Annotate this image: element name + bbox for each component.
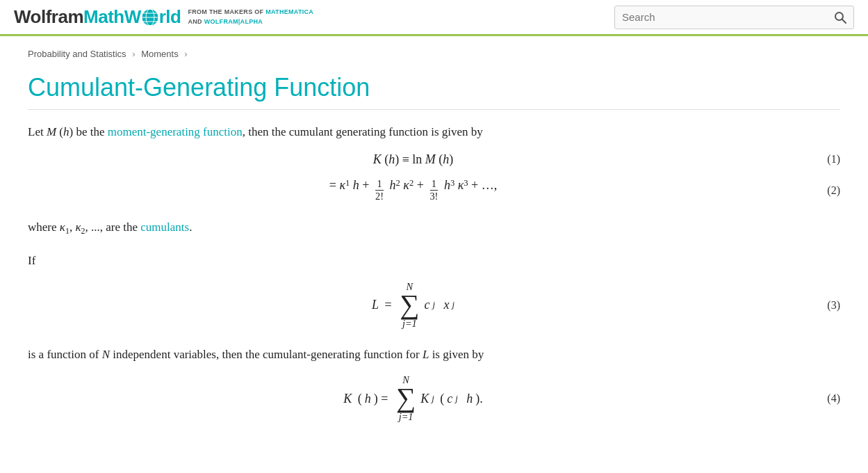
equation-1: K (h) ≡ ln M (h) — [28, 152, 799, 167]
search-input[interactable] — [615, 11, 827, 23]
equation-3: L = N ∑ j=1 cj xj — [28, 281, 799, 330]
equation-row-1: K (h) ≡ ln M (h) (1) — [28, 150, 840, 170]
cumulants-paragraph: where κ1, κ2, ..., are the cumulants. — [28, 218, 840, 239]
equation-number-3: (3) — [799, 299, 840, 312]
search-area[interactable] — [614, 6, 854, 29]
equation-number-1: (1) — [799, 153, 840, 166]
logo-mathworld-text: MathW — [83, 6, 141, 28]
logo-tagline: FROM THE MAKERS OF MATHEMATICA AND WOLFR… — [188, 8, 313, 26]
mgf-link[interactable]: moment-generating function — [108, 125, 243, 138]
breadcrumb: Probability and Statistics › Moments › — [0, 36, 868, 66]
cumulants-link[interactable]: cumulants — [140, 221, 189, 234]
equation-row-3: L = N ∑ j=1 cj xj (3) — [28, 278, 840, 332]
equation-number-4: (4) — [799, 392, 840, 405]
function-paragraph: is a function of N independent variables… — [28, 345, 840, 365]
breadcrumb-item-moments[interactable]: Moments — [141, 49, 178, 59]
main-content: Cumulant-Generating Function Let M (h) b… — [0, 66, 868, 460]
breadcrumb-sep-2: › — [184, 49, 187, 59]
if-text: If — [28, 251, 840, 271]
equation-4: K (h) = N ∑ j=1 Kj (cj h). — [28, 374, 799, 423]
site-header: Wolfram MathW rld FROM THE MAKERS OF MAT… — [0, 0, 868, 36]
svg-line-7 — [842, 19, 846, 23]
equation-row-4: K (h) = N ∑ j=1 Kj (cj h). (4) — [28, 371, 840, 426]
breadcrumb-sep-1: › — [132, 49, 135, 59]
logo-area: Wolfram MathW rld FROM THE MAKERS OF MAT… — [14, 6, 313, 28]
equation-2: = κ1 h + 1 2! h2 κ2 + 1 3! h3 κ3 + …, — [28, 178, 799, 203]
intro-paragraph: Let M (h) be the moment-generating funct… — [28, 122, 840, 143]
globe-icon — [141, 8, 159, 26]
page-title: Cumulant-Generating Function — [28, 73, 840, 110]
logo-mathworld-rld: rld — [159, 6, 181, 28]
logo-wolfram-text: Wolfram — [14, 6, 83, 28]
breadcrumb-item-prob-stats[interactable]: Probability and Statistics — [28, 49, 126, 59]
equation-number-2: (2) — [799, 184, 840, 197]
search-button[interactable] — [827, 11, 853, 24]
search-icon — [834, 11, 846, 24]
equation-row-2: = κ1 h + 1 2! h2 κ2 + 1 3! h3 κ3 + …, (2… — [28, 175, 840, 206]
